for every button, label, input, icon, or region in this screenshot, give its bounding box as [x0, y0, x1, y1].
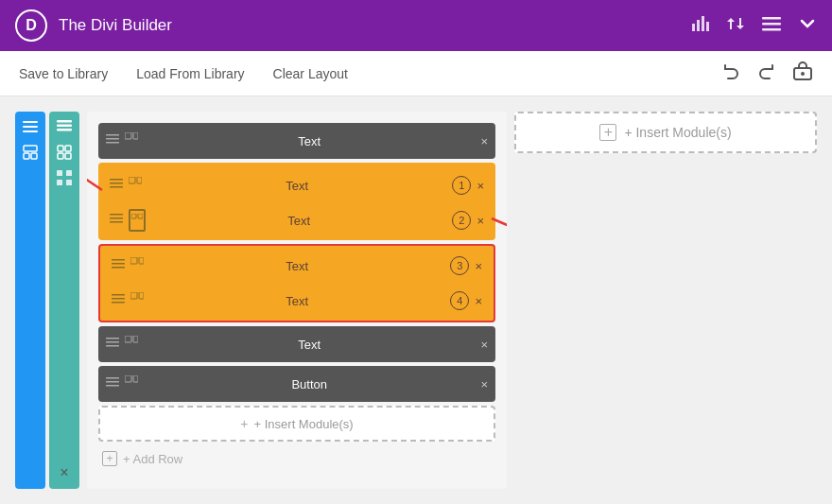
module-close-button[interactable]: ×: [480, 377, 488, 391]
svg-rect-40: [138, 214, 143, 218]
module-label-text-2: Text: [144, 338, 475, 352]
module-close-dark-2[interactable]: ×: [480, 338, 488, 352]
module-close-1[interactable]: ×: [480, 134, 488, 148]
portability-button[interactable]: [792, 61, 813, 86]
svg-rect-41: [112, 259, 125, 261]
module-num-4[interactable]: 4: [450, 291, 469, 310]
plus-icon-large: +: [599, 124, 616, 141]
sidebar-blue-column: [15, 112, 45, 489]
module-row-text-1: Text ×: [98, 123, 495, 159]
module-sidebar-icon[interactable]: [57, 145, 72, 163]
sort-icon[interactable]: [726, 14, 745, 38]
drag-handle-yellow-4[interactable]: [112, 292, 125, 309]
svg-rect-11: [23, 130, 38, 132]
drag-handle-yellow-3[interactable]: [112, 257, 125, 274]
svg-rect-15: [57, 120, 72, 123]
svg-rect-18: [58, 146, 63, 151]
svg-rect-44: [130, 257, 137, 264]
svg-rect-5: [762, 23, 781, 26]
svg-rect-39: [131, 214, 136, 218]
svg-rect-0: [692, 24, 695, 31]
svg-rect-29: [125, 132, 131, 139]
svg-rect-27: [106, 138, 119, 140]
module-type-icon-dark-2: [125, 336, 138, 353]
chevron-down-icon[interactable]: [798, 14, 817, 38]
builder-wrapper: Text ×: [87, 112, 507, 489]
svg-rect-47: [112, 298, 125, 300]
hamburger-sidebar-icon[interactable]: [23, 119, 38, 137]
svg-rect-30: [133, 132, 138, 139]
insert-module-inline-label: + Insert Module(s): [254, 417, 354, 431]
grid-sidebar-icon[interactable]: [57, 170, 72, 188]
layout-sidebar-icon[interactable]: [23, 145, 38, 163]
module-num-2[interactable]: 2: [452, 211, 471, 230]
module-type-icon-yellow-4: [130, 292, 144, 309]
svg-rect-21: [65, 153, 71, 159]
module-close-yellow-4[interactable]: ×: [475, 294, 482, 308]
rows-icon[interactable]: [57, 119, 72, 137]
bar-chart-icon[interactable]: [690, 14, 709, 38]
svg-rect-43: [112, 267, 125, 269]
menu-icon[interactable]: [762, 14, 781, 38]
module-num-3[interactable]: 3: [450, 256, 469, 275]
plus-icon-inline: +: [240, 416, 248, 431]
svg-rect-26: [106, 134, 119, 136]
module-row-button: Button ×: [98, 366, 495, 402]
module-close-yellow-3[interactable]: ×: [475, 259, 482, 273]
svg-rect-51: [106, 338, 119, 339]
top-bar: D The Divi Builder: [0, 0, 832, 51]
insert-module-inline-button[interactable]: + + Insert Module(s): [98, 406, 495, 442]
svg-point-8: [801, 72, 805, 76]
module-label-text-1: Text: [144, 134, 475, 148]
module-type-icon-button: [125, 375, 138, 392]
save-to-library-button[interactable]: Save to Library: [19, 62, 108, 85]
module-num-1[interactable]: 1: [452, 176, 471, 195]
undo-button[interactable]: [720, 61, 741, 86]
svg-rect-50: [139, 292, 144, 299]
drag-handle-yellow-1[interactable]: [110, 177, 123, 194]
load-from-library-button[interactable]: Load From Library: [136, 62, 244, 85]
svg-rect-38: [110, 221, 123, 223]
svg-rect-37: [110, 217, 123, 219]
add-row-label: + Add Row: [123, 452, 182, 466]
module-label-yellow-4: Text: [149, 294, 444, 308]
module-row-yellow-3: Text 3 ×: [104, 250, 490, 282]
action-bar-left: Save to Library Load From Library Clear …: [19, 62, 348, 85]
action-bar-right: [720, 61, 813, 86]
svg-rect-13: [24, 153, 29, 159]
module-row-text-2: Text ×: [98, 326, 495, 362]
svg-rect-24: [57, 180, 62, 185]
svg-rect-59: [125, 375, 131, 382]
svg-rect-6: [762, 28, 781, 31]
row-group-1: Text 1 × Text 2 ×: [98, 163, 495, 240]
insert-module-large-button[interactable]: + + Insert Module(s): [514, 112, 817, 153]
redo-button[interactable]: [756, 61, 777, 86]
svg-rect-1: [697, 20, 700, 31]
module-row-yellow-4: Text 4 ×: [104, 285, 490, 317]
drag-handle-icon[interactable]: [106, 132, 119, 149]
drag-handle-button[interactable]: [106, 375, 119, 392]
add-row-button[interactable]: + + Add Row: [98, 445, 495, 466]
module-label-yellow-2: Text: [151, 214, 446, 228]
svg-rect-31: [110, 179, 123, 181]
sidebar-close-x[interactable]: ×: [60, 464, 68, 481]
svg-rect-20: [58, 153, 63, 159]
plus-icon-add-row: +: [102, 451, 117, 466]
sidebar-teal-column: ×: [49, 112, 79, 489]
divi-logo: D: [15, 9, 47, 42]
drag-handle-dark-2[interactable]: [106, 336, 119, 353]
svg-rect-19: [65, 146, 71, 151]
svg-rect-12: [24, 146, 37, 151]
module-close-yellow-2[interactable]: ×: [477, 214, 484, 228]
clear-layout-button[interactable]: Clear Layout: [273, 62, 348, 85]
svg-rect-57: [106, 381, 119, 383]
module-row-yellow-1: Text 1 ×: [102, 169, 492, 201]
svg-rect-42: [112, 263, 125, 265]
svg-rect-4: [762, 17, 781, 20]
sidebar: ×: [15, 112, 79, 489]
row-group-selected: Text 3 × Text 4 ×: [98, 244, 495, 322]
svg-rect-28: [106, 142, 119, 144]
svg-rect-55: [133, 336, 138, 342]
drag-handle-yellow-2[interactable]: [110, 212, 123, 229]
module-close-yellow-1[interactable]: ×: [477, 179, 484, 193]
